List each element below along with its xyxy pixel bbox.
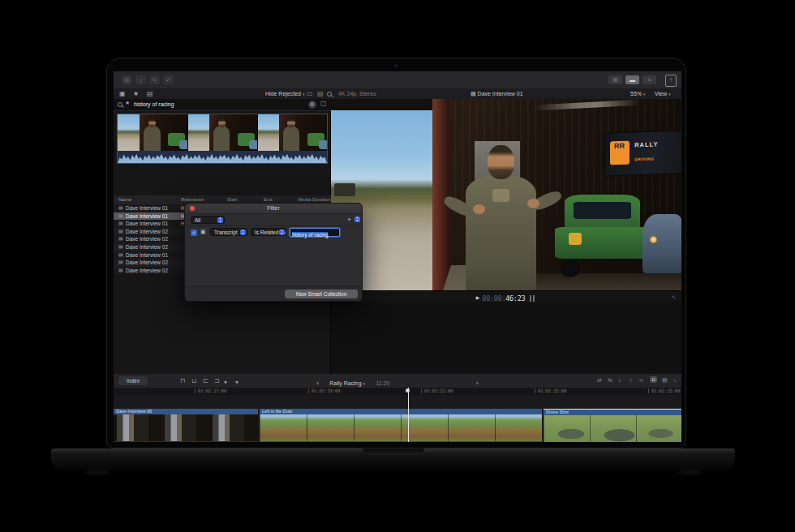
filmstrip-waveform (118, 151, 327, 163)
search-icon (118, 102, 122, 107)
playhead[interactable] (408, 388, 409, 442)
insert-edit-icon[interactable]: ⊔ (191, 377, 196, 384)
audio-skimming-icon[interactable]: ♪ (618, 377, 621, 383)
hide-rejected-dropdown[interactable]: Hide Rejected ▾ (265, 88, 304, 100)
workspace-list-button[interactable]: ≡ (642, 75, 656, 84)
search-field[interactable]: ★ history of racing ⚙ ▢ (114, 99, 331, 111)
timeline-zoom-icon[interactable]: ↔ (672, 376, 680, 384)
viewer-video[interactable]: RR RALLY DRIVING (331, 99, 681, 290)
clip-icon: ▤ (118, 267, 123, 275)
timeline-tracks: Dave Interview 06 Left in the Dust Drone… (114, 395, 681, 442)
filmstrip-frames (118, 114, 327, 151)
interview-subject (331, 99, 681, 290)
rubber-foot (677, 470, 702, 475)
dialog-footer: New Smart Collection (185, 286, 362, 301)
add-rule-button[interactable]: + (347, 216, 351, 223)
timeline-clip-left-in-the-dust[interactable]: Left in the Dust (260, 409, 542, 442)
page-background: ◎ ↓ ≈ ✓ ⊞ ▬ ≡ ↑ ▣ ★ ▤ Hide Rejected ▾ ▭ … (0, 0, 795, 532)
connect-edit-icon[interactable]: ⊓ (180, 377, 185, 384)
clip-icon: ▤ (118, 212, 123, 221)
stepper-icon: ▴▾ (217, 217, 223, 223)
clip-icon: ▤ (118, 259, 123, 267)
toolbar-row: ▣ ★ ▤ Hide Rejected ▾ ▭ ▤ 4K 24p, Stereo… (114, 88, 681, 100)
tasks-icon[interactable]: ✓ (163, 75, 174, 84)
project-duration: 11:20 (376, 380, 389, 386)
timecode-hours: 00:00: (482, 294, 505, 302)
stepper-icon: ▴▾ (240, 230, 246, 235)
chevron-down-icon[interactable]: ▾ (224, 379, 227, 386)
clip-filmstrip[interactable] (117, 114, 328, 164)
audio-meters-icon[interactable] (530, 292, 536, 303)
photos-audio-icon[interactable]: ★ (133, 90, 139, 97)
playhead-handle[interactable] (406, 388, 410, 393)
titles-generators-icon[interactable]: ▤ (147, 90, 153, 97)
stepper-icon: ▴▾ (279, 230, 285, 235)
rule-type-dropdown[interactable]: Transcript ▴▾ (210, 228, 247, 236)
rule-operator-dropdown[interactable]: Is Related To ▴▾ (251, 228, 286, 236)
window-titlebar: ◎ ↓ ≈ ✓ ⊞ ▬ ≡ ↑ (114, 71, 681, 89)
clip-icon: ▤ (118, 204, 123, 212)
filter-window-icon[interactable]: ▢ (320, 100, 327, 107)
list-view-icon[interactable]: ▤ (317, 90, 324, 97)
rubber-foot (85, 470, 110, 475)
clip-icon: ▤ (118, 235, 123, 243)
play-button[interactable]: ▶ (476, 295, 480, 300)
libraries-icon[interactable]: ▣ (119, 90, 126, 97)
rule-value-input[interactable]: history of racing (290, 228, 340, 237)
lid-notch (363, 448, 424, 455)
viewer-zoom-dropdown[interactable]: 55% ▾ (630, 88, 645, 100)
clip-icon: ▤ (118, 228, 123, 236)
workspace-filmstrip-button[interactable]: ▬ (625, 75, 639, 84)
clip-icon: ▤ (118, 251, 123, 260)
tools-dropdown-icon[interactable]: ▾ (235, 379, 238, 386)
snapping-icon[interactable]: ∪ (650, 376, 657, 383)
filter-dialog: Filter All ▴▾ + ▴▾ ✓ ▣ Transcript ▴▾ Is … (184, 203, 363, 302)
viewer-pane: RR RALLY DRIVING ▶00:00:46:23 ↔ (331, 99, 681, 373)
add-rule-dropdown-icon[interactable]: ▴▾ (355, 217, 360, 222)
effects-icon[interactable]: ≈ (149, 75, 160, 84)
import-icon[interactable]: ↓ (135, 75, 146, 84)
webcam-icon (394, 64, 398, 67)
skimming-icon[interactable]: ⇆ (608, 377, 612, 384)
next-project-icon[interactable]: › (476, 380, 478, 386)
previous-project-icon[interactable]: ‹ (317, 380, 319, 386)
trim-icon[interactable]: ⇄ (597, 377, 602, 384)
solo-icon[interactable]: ∩ (629, 377, 633, 383)
search-input[interactable]: history of racing (134, 99, 174, 110)
timeline: Index ⊓ ⊔ ⊏ ⊐ ▾ ▾ ‹ Rally Racing ▾ 11:20… (114, 373, 681, 442)
macbook-base (51, 448, 735, 470)
append-edit-icon[interactable]: ⊏ (203, 377, 208, 384)
viewer-transport-bar: ▶00:00:46:23 ↔ (331, 290, 681, 302)
smart-collection-icon: ★ (125, 100, 130, 106)
search-icon[interactable] (327, 92, 332, 97)
chevron-down-icon: ▾ (668, 92, 671, 97)
dialog-title: Filter (185, 204, 362, 213)
viewer-clip-title: ▤ Dave Interview 01 (471, 88, 523, 99)
gear-icon[interactable]: ⚙ (308, 101, 316, 109)
filter-dialog-titlebar[interactable]: Filter (185, 204, 362, 214)
workspace-grid-button[interactable]: ⊞ (608, 75, 622, 84)
filmstrip-view-icon[interactable]: ▭ (307, 90, 313, 97)
new-smart-collection-button[interactable]: New Smart Collection (285, 290, 358, 298)
scope-dropdown[interactable]: All ▴▾ (191, 216, 225, 224)
timeline-clip-dave-interview-06[interactable]: Dave Interview 06 (114, 409, 258, 442)
timeline-toolbar: Index ⊓ ⊔ ⊏ ⊐ ▾ ▾ ‹ Rally Racing ▾ 11:20… (114, 374, 681, 388)
timecode-current: 46:23 (505, 294, 525, 302)
timeline-clip-drone-shot[interactable]: Drone Shot (544, 409, 681, 442)
chevron-down-icon: ▾ (643, 92, 646, 97)
fcp-window: ◎ ↓ ≈ ✓ ⊞ ▬ ≡ ↑ ▣ ★ ▤ Hide Rejected ▾ ▭ … (114, 71, 681, 442)
clip-icon: ▤ (118, 220, 123, 228)
record-icon[interactable]: ◎ (122, 75, 132, 84)
transcript-icon: ▣ (200, 229, 206, 235)
clip-appearance-icon[interactable]: ▤ (662, 377, 668, 384)
column-name[interactable]: Name (118, 195, 131, 204)
share-button[interactable]: ↑ (665, 75, 677, 87)
clip-icon: ▤ (471, 91, 476, 97)
viewer-view-dropdown[interactable]: View ▾ (655, 88, 671, 100)
project-dropdown[interactable]: Rally Racing ▾ (329, 380, 365, 386)
viewer-format-info: 4K 24p, Stereo (338, 88, 376, 99)
overwrite-edit-icon[interactable]: ⊐ (214, 377, 220, 384)
index-button[interactable]: Index (118, 376, 148, 385)
loop-icon[interactable]: ∞ (639, 377, 643, 383)
rule-checkbox[interactable]: ✓ (191, 230, 197, 236)
